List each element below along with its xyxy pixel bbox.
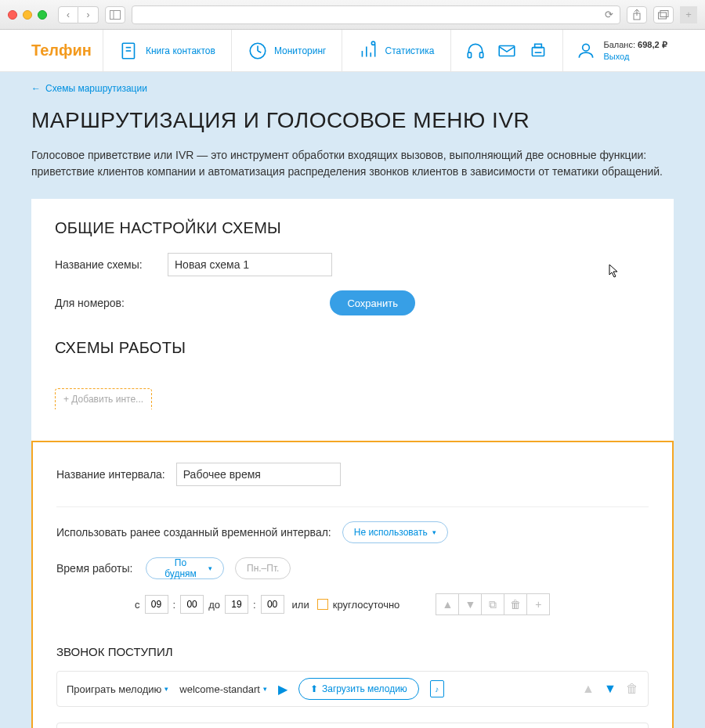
scheme-name-label: Название схемы:: [55, 258, 157, 271]
rule-transfer: Перевести на добавочный/очередь ▾ sekret…: [56, 723, 649, 728]
time-range-row: с : до : или круглосуточно ▲ ▼ ⧉ 🗑 +: [135, 593, 649, 615]
rule-action-select[interactable]: Проиграть мелодию ▾: [67, 683, 168, 695]
forward-button[interactable]: ›: [78, 6, 99, 23]
chevron-down-icon: ▾: [263, 685, 267, 693]
interval-editor: Название интервала: Использовать ранее с…: [31, 441, 674, 728]
allday-checkbox[interactable]: [317, 599, 328, 610]
nav-stats[interactable]: Статистика: [342, 30, 450, 72]
upload-melody-button[interactable]: ⬆Загрузить мелодию: [298, 678, 419, 700]
time-toolbar: ▲ ▼ ⧉ 🗑 +: [436, 593, 550, 615]
reload-icon[interactable]: ⟳: [605, 9, 613, 20]
add-button[interactable]: +: [526, 593, 550, 615]
save-button[interactable]: Сохранить: [330, 290, 415, 315]
share-button[interactable]: [627, 6, 647, 23]
settings-panel: ОБЩИЕ НАСТРОЙКИ СХЕМЫ Название схемы: Дл…: [31, 199, 674, 441]
close-window-icon[interactable]: [8, 10, 17, 20]
page-description: Голосовое приветствие или IVR — это инст…: [31, 147, 674, 180]
svg-point-14: [372, 41, 375, 45]
top-navigation: Телфин Книга контактов Мониторинг Статис…: [0, 30, 705, 72]
nav-label: Статистика: [385, 45, 434, 56]
nav-label: Книга контактов: [146, 45, 215, 56]
svg-rect-19: [534, 44, 541, 47]
call-section-heading: ЗВОНОК ПОСТУПИЛ: [56, 645, 649, 658]
rule-move-down-icon[interactable]: ▼: [602, 682, 618, 696]
svg-rect-0: [110, 10, 121, 19]
section-schemes-heading: СХЕМЫ РАБОТЫ: [55, 339, 650, 357]
from-min-input[interactable]: [180, 595, 204, 614]
work-time-label: Время работы:: [56, 562, 135, 575]
interval-name-input[interactable]: [176, 463, 341, 486]
interval-name-label: Название интервала:: [56, 468, 165, 481]
balance: Баланс: 698,2 ₽: [604, 40, 667, 50]
rule-play-melody: Проиграть мелодию ▾ welcome-standart ▾ ▶…: [56, 671, 649, 707]
to-hour-input[interactable]: [225, 595, 248, 614]
for-numbers-label: Для номеров:: [55, 297, 157, 309]
page-content: Схемы маршрутизации МАРШРУТИЗАЦИЯ И ГОЛО…: [0, 72, 705, 728]
use-prev-label: Использовать ранее созданный временной и…: [56, 526, 331, 539]
mail-icon[interactable]: [497, 41, 517, 61]
section-general-heading: ОБЩИЕ НАСТРОЙКИ СХЕМЫ: [55, 219, 650, 237]
audio-file-icon[interactable]: ♪: [430, 680, 444, 697]
contacts-icon: [119, 41, 139, 61]
headset-icon[interactable]: [465, 41, 486, 61]
svg-rect-18: [532, 47, 544, 56]
svg-rect-16: [479, 52, 483, 58]
allday-label: круглосуточно: [333, 599, 400, 611]
svg-point-21: [582, 44, 589, 51]
rule-move-up-icon[interactable]: ▲: [580, 682, 596, 696]
from-label: с: [135, 599, 140, 611]
nav-label: Мониторинг: [274, 45, 327, 56]
stats-icon: [358, 41, 378, 61]
account-block: Баланс: 698,2 ₽ Выход: [562, 30, 680, 72]
to-label: до: [208, 599, 220, 611]
upload-icon: ⬆: [310, 683, 318, 694]
minimize-window-icon[interactable]: [23, 10, 32, 20]
page-title: МАРШРУТИЗАЦИЯ И ГОЛОСОВОЕ МЕНЮ IVR: [31, 108, 674, 133]
rule-file-select[interactable]: welcome-standart ▾: [179, 683, 267, 695]
chevron-down-icon: ▾: [164, 685, 168, 693]
svg-rect-5: [660, 10, 668, 16]
chevron-down-icon: ▾: [432, 528, 436, 536]
monitoring-icon: [248, 41, 268, 61]
play-icon[interactable]: ▶: [278, 682, 287, 697]
svg-rect-15: [468, 52, 471, 58]
nav-monitoring[interactable]: Мониторинг: [231, 30, 342, 72]
use-prev-select[interactable]: Не использовать▾: [342, 521, 448, 543]
svg-rect-4: [659, 13, 667, 19]
tabs-button[interactable]: [653, 6, 674, 23]
scheme-name-input[interactable]: [168, 253, 332, 276]
nav-quick-icons: [450, 30, 562, 72]
logout-link[interactable]: Выход: [604, 52, 667, 61]
back-button[interactable]: ‹: [58, 6, 78, 23]
new-tab-button[interactable]: +: [680, 6, 697, 23]
user-icon[interactable]: [576, 41, 596, 61]
weekdays-short-display: Пн.–Пт.: [235, 557, 291, 579]
sidebar-toggle-button[interactable]: [105, 6, 125, 23]
add-interval-tab[interactable]: + Добавить инте...: [55, 388, 152, 409]
from-hour-input[interactable]: [145, 595, 168, 614]
back-link[interactable]: Схемы маршрутизации: [31, 83, 674, 94]
svg-rect-17: [499, 45, 515, 56]
copy-button[interactable]: ⧉: [481, 593, 504, 615]
maximize-window-icon[interactable]: [38, 10, 47, 20]
move-down-button[interactable]: ▼: [458, 593, 482, 615]
move-up-button[interactable]: ▲: [436, 593, 459, 615]
rule-delete-icon[interactable]: 🗑: [624, 682, 640, 696]
logo[interactable]: Телфин: [31, 41, 92, 59]
nav-contacts[interactable]: Книга контактов: [103, 30, 231, 72]
chevron-down-icon: ▾: [208, 564, 212, 572]
url-bar[interactable]: ⟳: [132, 5, 620, 24]
to-min-input[interactable]: [261, 595, 284, 614]
browser-chrome: ‹ › ⟳ +: [0, 0, 705, 30]
or-label: или: [292, 599, 309, 611]
window-controls: [8, 10, 47, 20]
weekdays-select[interactable]: По будням▾: [146, 557, 224, 579]
delete-button[interactable]: 🗑: [504, 593, 527, 615]
fax-icon[interactable]: [528, 41, 548, 61]
